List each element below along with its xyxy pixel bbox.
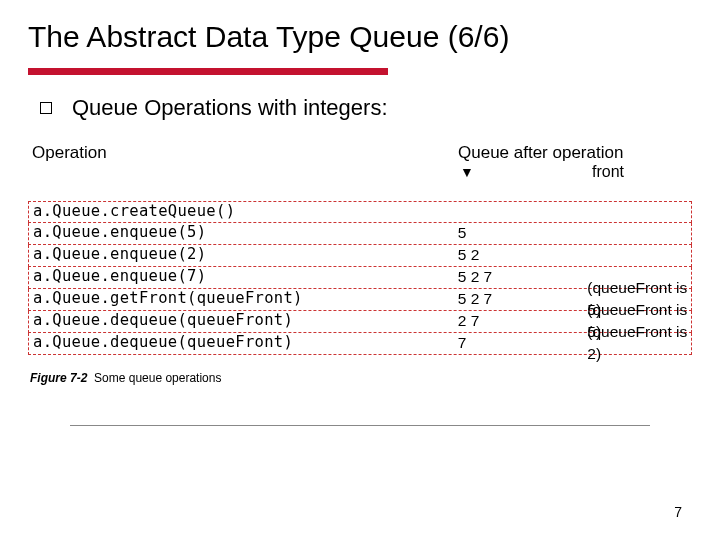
header-front: front xyxy=(592,163,624,181)
operations-table: Operation Queue after operation ▼ front … xyxy=(28,143,692,355)
op-queue: 7 xyxy=(458,332,588,354)
slide-title: The Abstract Data Type Queue (6/6) xyxy=(28,18,692,56)
op-queue: 5 xyxy=(458,222,588,244)
op-call: a.Queue.createQueue() xyxy=(29,201,458,223)
op-call: a.Queue.dequeue(queueFront) xyxy=(29,332,458,354)
bullet-text: Queue Operations with integers: xyxy=(72,95,388,121)
table-row: a.Queue.createQueue() xyxy=(28,201,692,223)
page-number: 7 xyxy=(674,504,682,520)
table-body: a.Queue.createQueue() a.Queue.enqueue(5)… xyxy=(28,201,692,355)
header-after: Queue after operation xyxy=(458,143,623,162)
table-row: a.Queue.dequeue(queueFront) 7 (queueFron… xyxy=(28,333,692,355)
title-underline xyxy=(28,68,388,75)
op-call: a.Queue.getFront(queueFront) xyxy=(29,288,458,310)
op-call: a.Queue.enqueue(5) xyxy=(29,222,458,244)
arrow-down-icon: ▼ xyxy=(460,165,474,179)
caption-text: Some queue operations xyxy=(94,371,221,385)
figure-caption: Figure 7-2 Some queue operations xyxy=(30,371,692,385)
footer-divider xyxy=(70,425,650,426)
op-queue: 5 2 7 xyxy=(458,266,588,288)
table-header-row: Operation Queue after operation ▼ front xyxy=(28,143,692,169)
slide: The Abstract Data Type Queue (6/6) Queue… xyxy=(0,0,720,540)
op-queue: 5 2 7 xyxy=(458,288,588,310)
square-bullet-icon xyxy=(40,102,52,114)
op-call: a.Queue.dequeue(queueFront) xyxy=(29,310,458,332)
table-row: a.Queue.enqueue(2) 5 2 xyxy=(28,245,692,267)
op-call: a.Queue.enqueue(2) xyxy=(29,244,458,266)
op-note: (queueFront is 2) xyxy=(587,321,691,364)
header-operation: Operation xyxy=(28,143,458,163)
op-queue: 5 2 xyxy=(458,244,588,266)
table-row: a.Queue.enqueue(5) 5 xyxy=(28,223,692,245)
op-call: a.Queue.enqueue(7) xyxy=(29,266,458,288)
bullet-row: Queue Operations with integers: xyxy=(40,95,692,121)
op-queue: 2 7 xyxy=(458,310,588,332)
caption-label: Figure 7-2 xyxy=(30,371,87,385)
header-after-wrap: Queue after operation ▼ front xyxy=(458,143,692,163)
